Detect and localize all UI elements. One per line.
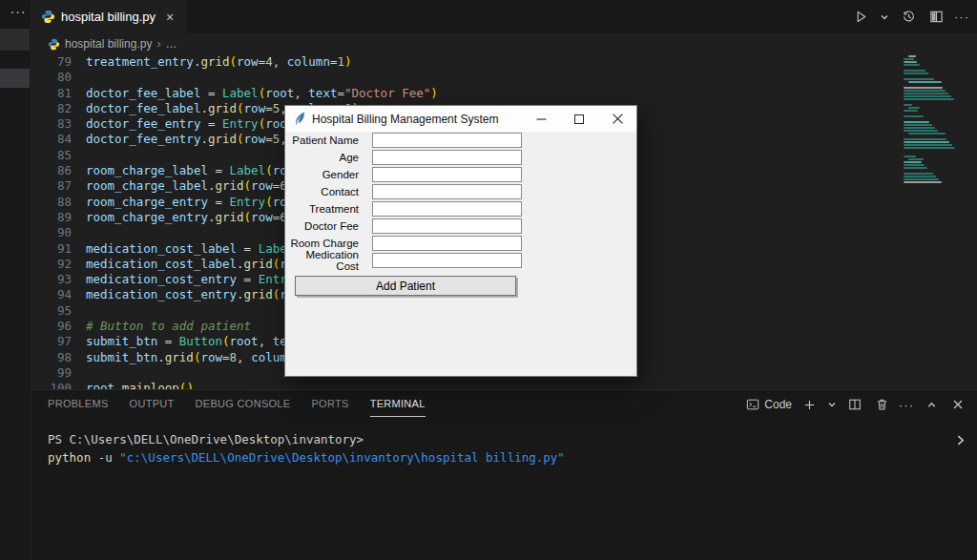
minimap-line [904, 127, 935, 129]
minimap-line [904, 104, 912, 106]
tk-dialog-hospital-billing: Hospital Billing Management System Patie… [284, 105, 637, 377]
terminal-instance-item[interactable]: Code [746, 398, 792, 411]
line-number: 80 [31, 70, 72, 85]
maximize-icon[interactable] [560, 106, 598, 132]
minimap-line [904, 124, 932, 126]
panel-more-actions-icon[interactable]: ··· [899, 398, 914, 412]
minimap[interactable] [904, 55, 968, 198]
minimap-line [904, 161, 922, 163]
new-terminal-icon[interactable] [800, 394, 819, 415]
line-number: 100 [31, 381, 72, 389]
tab-close-icon[interactable]: × [161, 9, 178, 26]
line-number: 91 [31, 241, 72, 257]
breadcrumb[interactable]: hospital billing.py › … [31, 33, 977, 54]
line-number: 90 [31, 225, 72, 240]
line-number: 96 [31, 319, 72, 334]
tab-hospital-billing[interactable]: hospital billing.py × [31, 0, 186, 33]
titlebar-overflow-menu-icon[interactable]: ··· [6, 4, 31, 19]
room-charge-input[interactable] [372, 236, 522, 251]
panel-tab-ports[interactable]: PORTS [311, 391, 348, 417]
run-dropdown-chevron-icon[interactable] [879, 7, 890, 28]
split-editor-icon[interactable] [926, 7, 946, 28]
panel-tab-bar: PROBLEMSOUTPUTDEBUG CONSOLEPORTSTERMINAL [48, 390, 426, 417]
code-line[interactable]: 81doctor_fee_label = Label(root, text="D… [31, 86, 977, 101]
dialog-title: Hospital Billing Management System [312, 113, 498, 126]
minimap-line [904, 176, 936, 177]
line-number: 87 [31, 178, 72, 194]
minimap-line [904, 167, 927, 169]
minimap-line [908, 81, 942, 83]
line-number: 93 [31, 272, 72, 287]
form-row-treatment: Treatment [285, 200, 636, 218]
treatment-input[interactable] [372, 201, 522, 217]
sidebar-sliver-item [0, 29, 30, 51]
doctor-fee-label: Doctor Fee [287, 220, 359, 232]
code-text: root.mainloop() [86, 381, 194, 389]
kill-terminal-trash-icon[interactable] [872, 394, 891, 415]
line-number: 92 [31, 257, 72, 272]
breadcrumb-separator-icon: › [156, 37, 160, 51]
line-number: 86 [31, 163, 72, 178]
line-number: 88 [31, 195, 72, 210]
minimap-line [904, 64, 920, 66]
minimap-line [904, 138, 946, 140]
panel-tab-output[interactable]: OUTPUT [130, 391, 175, 417]
line-number: 89 [31, 210, 72, 225]
editor-more-actions-icon[interactable]: ··· [954, 10, 969, 24]
age-label: Age [287, 152, 359, 163]
code-line[interactable]: 100root.mainloop() [31, 381, 977, 389]
form-row-gender: Gender [285, 166, 636, 183]
minimap-line [904, 110, 918, 112]
breadcrumb-file[interactable]: hospital billing.py [65, 37, 152, 51]
run-python-file-icon[interactable] [851, 7, 870, 28]
close-panel-icon[interactable] [948, 394, 967, 415]
dialog-window-controls [522, 106, 636, 132]
line-number: 85 [31, 148, 72, 163]
left-strip: ··· [0, 0, 31, 560]
code-line[interactable]: 80 [31, 70, 977, 85]
minimap-line [904, 121, 929, 123]
line-number: 81 [31, 86, 72, 101]
python-file-icon [48, 38, 60, 51]
close-window-icon[interactable] [598, 106, 636, 132]
terminal-dropdown-chevron-icon[interactable] [826, 394, 838, 415]
panel-tab-terminal[interactable]: TERMINAL [370, 391, 426, 417]
split-terminal-icon[interactable] [845, 394, 864, 415]
history-icon[interactable] [899, 7, 918, 28]
minimap-line [904, 164, 925, 166]
add-patient-button[interactable]: Add Patient [295, 276, 516, 296]
gender-label: Gender [287, 169, 359, 180]
minimap-line [904, 147, 955, 149]
medication-cost-input[interactable] [372, 253, 522, 268]
form-row-doctor-fee: Doctor Fee [285, 218, 636, 235]
breadcrumb-symbol-more[interactable]: … [165, 37, 177, 51]
code-line[interactable]: 79treatment_entry.grid(row=4, column=1) [31, 54, 977, 70]
minimap-line [904, 144, 952, 146]
minimap-line [904, 156, 916, 157]
line-number: 94 [31, 287, 72, 302]
maximize-panel-chevron-up-icon[interactable] [922, 394, 941, 415]
room-charge-label: Room Charge [287, 238, 359, 249]
line-number: 99 [31, 365, 72, 381]
minimap-line [908, 55, 916, 57]
dialog-titlebar[interactable]: Hospital Billing Management System [285, 106, 636, 132]
contact-input[interactable] [372, 184, 522, 199]
python-file-icon [41, 10, 55, 24]
terminal-instance-label: Code [764, 398, 792, 411]
terminal-line: PS C:\Users\DELL\OneDrive\Desktop\invant… [48, 430, 565, 448]
gender-input[interactable] [372, 167, 522, 182]
chevron-right-icon[interactable] [955, 434, 966, 446]
minimap-line [904, 141, 949, 143]
panel-tab-problems[interactable]: PROBLEMS [48, 391, 109, 417]
minimize-icon[interactable] [522, 106, 560, 132]
vscode-window: ··· hospital billing.py × ··· [0, 0, 977, 560]
doctor-fee-input[interactable] [372, 218, 522, 234]
line-number: 95 [31, 303, 72, 319]
minimap-line [904, 173, 933, 175]
patient-name-input[interactable] [372, 133, 522, 148]
panel-toolbar: Code ··· [746, 393, 967, 416]
panel-tab-debug-console[interactable]: DEBUG CONSOLE [196, 391, 291, 417]
terminal-output[interactable]: PS C:\Users\DELL\OneDrive\Desktop\invant… [48, 430, 565, 467]
line-number: 84 [31, 132, 72, 147]
age-input[interactable] [372, 150, 522, 165]
